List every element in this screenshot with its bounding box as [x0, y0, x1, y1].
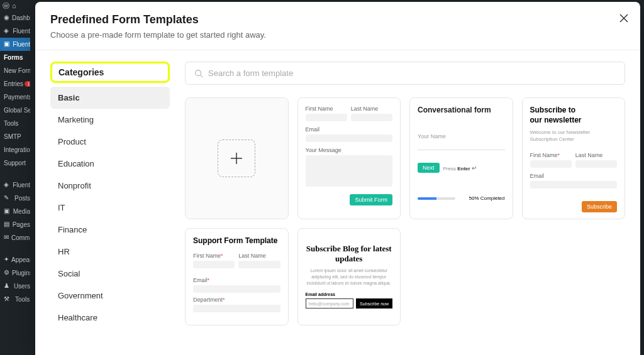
preview-email-input: hello@company.com	[306, 298, 354, 309]
svg-point-0	[196, 70, 201, 75]
menu-appearance[interactable]: ✦Appearance	[0, 253, 30, 266]
categories-panel: Categories Basic Marketing Product Educa…	[50, 62, 170, 343]
submenu-entries[interactable]: Entries1	[0, 77, 30, 90]
blog-title: Subscribe Blog for latest updates	[306, 244, 393, 264]
home-icon[interactable]: ⌂	[12, 2, 16, 9]
category-marketing[interactable]: Marketing	[50, 109, 170, 131]
conv-title: Conversational form	[418, 106, 505, 114]
progress-bar	[418, 197, 455, 200]
wp-admin-sidebar: ⓦ ⌂ ◉Dashboard ◈Fluent ▣Fluent Forms New…	[0, 0, 30, 355]
submenu-forms[interactable]: Forms	[0, 51, 30, 64]
submenu-payments[interactable]: Payments	[0, 90, 30, 104]
preview-subscribe-button: Subscribe	[582, 201, 617, 212]
menu-users[interactable]: ♟Users	[0, 280, 30, 293]
modal-title: Predefined Form Templates	[50, 13, 625, 26]
conv-name-label: Your Name	[418, 133, 505, 139]
category-education[interactable]: Education	[50, 153, 170, 175]
categories-header-highlight: Categories	[50, 62, 170, 83]
preview-field	[238, 261, 280, 268]
menu-posts[interactable]: ✎Posts	[0, 192, 30, 205]
preview-field	[575, 160, 617, 168]
category-product[interactable]: Product	[50, 131, 170, 153]
template-support-form[interactable]: Support Form Template First Name* Last N…	[185, 228, 289, 325]
close-button[interactable]	[619, 13, 629, 23]
submenu-integrations[interactable]: Integrations	[0, 143, 30, 156]
support-last-name-label: Last Name	[238, 253, 280, 259]
support-title: Support Form Template	[193, 236, 280, 245]
preview-field	[306, 114, 347, 121]
submenu-support[interactable]: Support	[0, 156, 30, 170]
menu-dashboard[interactable]: ◉Dashboard	[0, 11, 30, 25]
preview-subscribe-now-button: Subscribe now	[356, 298, 392, 309]
category-healthcare[interactable]: Healthcare	[50, 307, 170, 329]
contact-first-name-label: First Name	[306, 106, 347, 112]
category-finance[interactable]: Finance	[50, 219, 170, 241]
submenu-tools[interactable]: Tools	[0, 117, 30, 130]
blank-plus-box	[218, 139, 255, 177]
support-dept-label: Department*	[193, 297, 280, 303]
menu-fluent-active[interactable]: ▣Fluent	[0, 38, 30, 51]
blog-desc: Lorem ipsum dolor sit amet consectetur a…	[306, 268, 393, 286]
preview-field	[193, 285, 280, 293]
blog-email-label: Email address	[306, 292, 393, 297]
category-nonprofit[interactable]: Nonprofit	[50, 175, 170, 197]
support-first-name-label: First Name*	[193, 253, 235, 259]
templates-grid: First Name Last Name Email Your Message …	[185, 97, 625, 219]
submenu-new-form[interactable]: New Form	[0, 64, 30, 77]
modal-header: Predefined Form Templates Choose a pre-m…	[35, 2, 640, 50]
category-it[interactable]: IT	[50, 197, 170, 219]
newsletter-title: Subscribe toour newsletter	[530, 106, 618, 125]
enter-arrow-icon: ↵	[472, 165, 477, 172]
menu-pages[interactable]: ▤Pages	[0, 218, 30, 231]
menu-media[interactable]: ▣Media	[0, 205, 30, 218]
template-blog-subscribe[interactable]: Subscribe Blog for latest updates Lorem …	[297, 228, 401, 325]
wp-logo-icon[interactable]: ⓦ	[3, 1, 9, 11]
progress-label: 50% Completed	[469, 195, 505, 201]
wp-admin-bar: ⓦ ⌂	[0, 0, 30, 11]
submenu-global-settings[interactable]: Global Settings	[0, 104, 30, 117]
category-social[interactable]: Social	[50, 263, 170, 285]
templates-modal: Predefined Form Templates Choose a pre-m…	[35, 2, 640, 355]
menu-fluent[interactable]: ◈Fluent	[0, 25, 30, 38]
preview-field	[193, 261, 235, 268]
contact-email-label: Email	[306, 126, 393, 133]
press-enter-hint: Press Enter ↵	[443, 165, 477, 172]
preview-field	[418, 141, 505, 150]
close-icon	[619, 13, 629, 23]
preview-textarea	[306, 155, 393, 187]
category-basic[interactable]: Basic	[50, 87, 170, 109]
preview-submit-button: Submit Form	[350, 194, 392, 205]
search-input[interactable]	[208, 68, 616, 78]
preview-field	[351, 114, 392, 121]
modal-subtitle: Choose a pre-made form template to get s…	[50, 30, 625, 40]
template-conversational[interactable]: Conversational form Your Name Next Press…	[409, 97, 513, 219]
menu-tools[interactable]: ⚒Tools	[0, 293, 30, 306]
news-email-label: Email	[530, 173, 618, 179]
contact-message-label: Your Message	[306, 147, 393, 153]
preview-field	[306, 134, 393, 142]
preview-field	[530, 160, 572, 168]
template-contact-form[interactable]: First Name Last Name Email Your Message …	[297, 97, 401, 219]
news-last-name-label: Last Name	[575, 152, 617, 158]
categories-title: Categories	[58, 67, 162, 77]
preview-next-button: Next	[418, 163, 440, 173]
category-government[interactable]: Government	[50, 285, 170, 307]
template-blank[interactable]	[185, 97, 289, 219]
support-email-label: Email*	[193, 277, 280, 283]
preview-field	[530, 181, 618, 188]
menu-plugins[interactable]: ⚙Plugins	[0, 266, 30, 280]
submenu-smtp[interactable]: SMTP	[0, 130, 30, 143]
search-bar[interactable]	[185, 62, 625, 85]
category-hr[interactable]: HR	[50, 241, 170, 263]
search-icon	[194, 69, 203, 78]
menu-comments[interactable]: ✉Comments	[0, 231, 30, 244]
menu-fluent-2[interactable]: ◈Fluent	[0, 178, 30, 192]
preview-field	[193, 305, 280, 312]
newsletter-subtitle: Welcome to our Newsletter Subscription C…	[530, 129, 618, 143]
main-content: First Name Last Name Email Your Message …	[185, 62, 625, 343]
template-newsletter[interactable]: Subscribe toour newsletter Welcome to ou…	[522, 97, 626, 219]
news-first-name-label: First Name*	[530, 152, 572, 158]
templates-grid-row2: Support Form Template First Name* Last N…	[185, 228, 625, 325]
plus-icon	[230, 151, 243, 165]
contact-last-name-label: Last Name	[351, 106, 392, 112]
